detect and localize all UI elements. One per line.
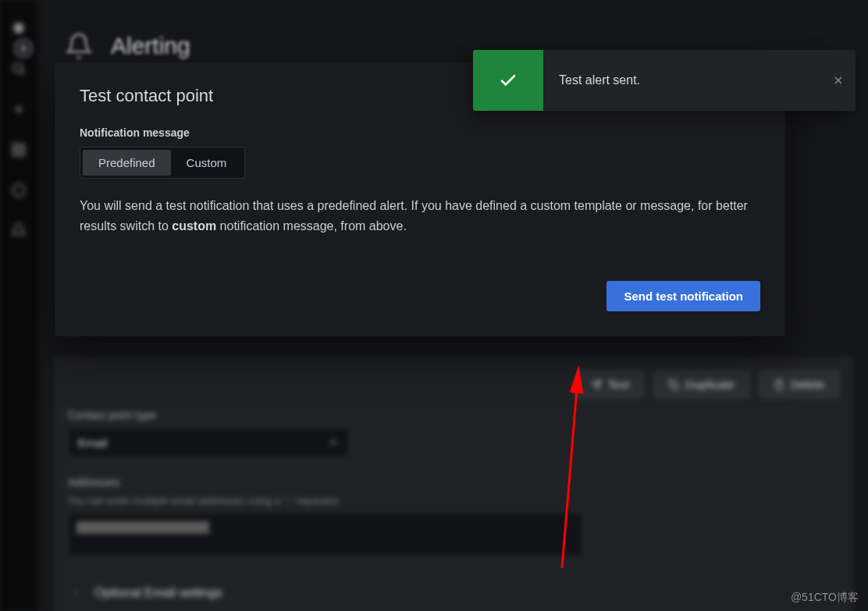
predefined-toggle[interactable]: Predefined <box>83 150 171 176</box>
test-button-label: Test <box>608 378 630 391</box>
redacted-address <box>76 521 209 534</box>
contact-point-panel: Test Duplicate Delete Contact point type… <box>55 357 852 611</box>
addresses-label: Addresses <box>68 476 839 488</box>
sidebar-bell-icon[interactable] <box>5 217 33 245</box>
svg-rect-7 <box>672 383 678 389</box>
optional-email-collapsible[interactable]: Optional Email settings <box>68 575 839 611</box>
chevron-right-icon <box>71 586 80 600</box>
modal-description: You will send a test notification that u… <box>80 196 760 237</box>
modal-description-after: notification message, from above. <box>216 219 407 233</box>
toast-message: Test alert sent. <box>543 73 821 87</box>
contact-type-select[interactable]: Email <box>68 428 349 457</box>
notification-message-label: Notification message <box>80 126 760 139</box>
svg-point-6 <box>13 185 25 197</box>
chevron-down-icon <box>328 437 339 448</box>
duplicate-button-label: Duplicate <box>685 378 735 391</box>
svg-rect-2 <box>13 144 18 149</box>
check-icon <box>473 50 543 111</box>
send-test-notification-button[interactable]: Send test notification <box>607 281 760 311</box>
test-button[interactable]: Test <box>576 371 645 398</box>
sidebar-collapse-button[interactable] <box>12 37 34 59</box>
sidebar-plus-icon[interactable] <box>5 95 33 123</box>
svg-rect-4 <box>13 151 18 156</box>
delete-button-label: Delete <box>791 378 824 391</box>
nav-sidebar <box>0 0 37 611</box>
optional-email-label: Optional Email settings <box>94 586 222 600</box>
sidebar-search-icon[interactable] <box>5 55 33 83</box>
bell-icon <box>62 30 95 62</box>
duplicate-button[interactable]: Duplicate <box>653 371 749 398</box>
svg-point-0 <box>13 23 23 33</box>
success-toast: Test alert sent. <box>473 50 856 111</box>
delete-button[interactable]: Delete <box>759 371 839 398</box>
svg-rect-5 <box>20 151 25 156</box>
sidebar-dashboard-icon[interactable] <box>5 136 33 164</box>
page-header: Alerting <box>62 30 190 62</box>
message-type-toggle: Predefined Custom <box>80 147 245 179</box>
contact-type-label: Contact point type <box>68 409 839 421</box>
modal-description-bold: custom <box>172 219 216 233</box>
addresses-input[interactable] <box>68 513 583 556</box>
sidebar-compass-icon[interactable] <box>5 176 33 204</box>
contact-type-value: Email <box>78 436 108 449</box>
svg-rect-3 <box>20 144 25 149</box>
svg-point-1 <box>13 63 23 73</box>
page-title: Alerting <box>111 33 190 59</box>
toast-close-button[interactable] <box>821 50 856 111</box>
close-icon <box>832 74 845 87</box>
watermark: @51CTO博客 <box>791 591 859 605</box>
addresses-hint: You can enter multiple email addresses u… <box>68 495 839 506</box>
custom-toggle[interactable]: Custom <box>171 150 243 176</box>
